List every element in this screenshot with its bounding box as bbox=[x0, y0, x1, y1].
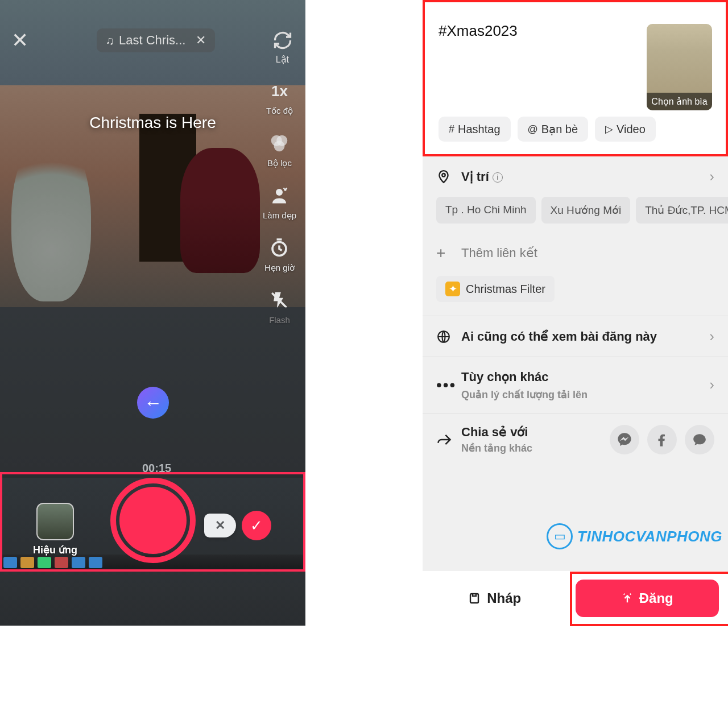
ellipsis-icon: ••• bbox=[436, 376, 453, 394]
camera-top-bar: ✕ ♫ Last Chris... ✕ bbox=[0, 28, 305, 52]
timer-icon bbox=[268, 237, 291, 259]
watermark: ▭ TINHOCVANPHONG bbox=[547, 523, 722, 549]
svg-point-3 bbox=[276, 189, 283, 196]
music-clear-icon[interactable]: ✕ bbox=[196, 33, 206, 48]
music-title: Last Chris... bbox=[119, 33, 185, 48]
delete-clip-button[interactable]: ✕ bbox=[204, 514, 236, 537]
check-icon: ✓ bbox=[250, 517, 263, 535]
post-button[interactable]: Đăng bbox=[576, 580, 719, 617]
applied-filter-badge[interactable]: ✦ Christmas Filter bbox=[436, 276, 555, 302]
draft-icon bbox=[468, 592, 481, 605]
beauty-icon bbox=[268, 184, 291, 207]
record-dot-icon bbox=[119, 487, 187, 554]
music-note-icon: ♫ bbox=[106, 34, 114, 47]
chevron-right-icon: › bbox=[709, 168, 714, 185]
record-button[interactable] bbox=[110, 478, 196, 563]
location-row[interactable]: Vị tríi › bbox=[423, 156, 728, 197]
privacy-row[interactable]: Ai cũng có thể xem bài đăng này › bbox=[423, 316, 728, 357]
location-pin-icon bbox=[436, 169, 453, 184]
hash-icon: # bbox=[449, 123, 454, 135]
messenger-icon[interactable] bbox=[610, 425, 639, 454]
location-chip[interactable]: Tp . Ho Chi Minh bbox=[436, 197, 536, 224]
cover-thumbnail[interactable]: Chọn ảnh bìa bbox=[647, 24, 712, 110]
share-arrow-icon bbox=[436, 432, 453, 448]
more-options-row[interactable]: ••• Tùy chọn khác Quản lý chất lượng tải… bbox=[423, 357, 728, 413]
video-chip[interactable]: ▷Video bbox=[595, 117, 656, 142]
confirm-button[interactable]: ✓ bbox=[242, 511, 271, 540]
beauty-tool[interactable]: Làm đẹp bbox=[263, 184, 296, 221]
speed-tool[interactable]: 1x Tốc độ bbox=[266, 80, 293, 116]
caption-chips: #Hashtag @Bạn bè ▷Video bbox=[439, 117, 656, 142]
cover-label: Chọn ảnh bìa bbox=[647, 93, 712, 110]
draft-button[interactable]: Nháp bbox=[423, 580, 566, 617]
filter-icon bbox=[268, 132, 291, 155]
music-picker[interactable]: ♫ Last Chris... ✕ bbox=[97, 28, 215, 52]
info-icon: i bbox=[493, 172, 503, 183]
location-chip[interactable]: Thủ Đức,TP. HCM bbox=[636, 197, 728, 224]
scene-santa bbox=[180, 148, 260, 273]
back-button[interactable]: ← bbox=[137, 387, 169, 419]
timer-tool[interactable]: Hẹn giờ bbox=[264, 237, 295, 273]
share-row: Chia sẻ với Nền tảng khác bbox=[423, 413, 728, 460]
speed-icon: 1x bbox=[268, 80, 291, 102]
add-link-row[interactable]: + Thêm liên kết bbox=[423, 234, 728, 272]
post-screen: #Xmas2023 Chọn ảnh bìa #Hashtag @Bạn bè … bbox=[423, 0, 728, 626]
svg-point-7 bbox=[442, 173, 445, 176]
sparkle-up-icon bbox=[621, 592, 634, 605]
flip-camera-icon[interactable] bbox=[271, 29, 294, 52]
mention-chip[interactable]: @Bạn bè bbox=[518, 117, 589, 142]
effects-thumbnail bbox=[36, 503, 74, 540]
template-overlay-text: Christmas is Here bbox=[89, 114, 216, 132]
location-chip[interactable]: Xu Hướng Mới bbox=[541, 197, 631, 224]
chevron-right-icon: › bbox=[709, 376, 714, 394]
filter-tool[interactable]: Bộ lọc bbox=[267, 132, 292, 168]
svg-rect-9 bbox=[470, 594, 478, 603]
scene-tree bbox=[11, 131, 91, 301]
flip-label: Lật bbox=[276, 54, 289, 65]
hashtag-chip[interactable]: #Hashtag bbox=[439, 117, 511, 142]
location-suggestions: Tp . Ho Chi Minh Xu Hướng Mới Thủ Đức,TP… bbox=[423, 197, 728, 234]
camera-record-screen: Christmas is Here ✕ ♫ Last Chris... ✕ Lậ… bbox=[0, 0, 305, 626]
chat-icon[interactable] bbox=[685, 425, 714, 454]
close-icon[interactable]: ✕ bbox=[11, 28, 28, 52]
play-circle-icon: ▷ bbox=[605, 123, 613, 135]
gutter bbox=[305, 0, 423, 728]
watermark-logo-icon: ▭ bbox=[547, 523, 573, 549]
svg-point-2 bbox=[274, 140, 285, 151]
x-icon: ✕ bbox=[215, 518, 225, 533]
globe-icon bbox=[436, 329, 453, 344]
at-icon: @ bbox=[528, 123, 538, 135]
camera-side-tools: 1x Tốc độ Bộ lọc Làm đẹp Hẹn giờ bbox=[263, 80, 296, 325]
effects-button[interactable]: Hiệu ứng bbox=[33, 503, 77, 556]
sparkle-icon: ✦ bbox=[445, 282, 460, 296]
bottom-actions: Nháp Đăng bbox=[423, 571, 728, 626]
chevron-right-icon: › bbox=[709, 328, 714, 345]
facebook-icon[interactable] bbox=[647, 425, 677, 454]
plus-icon: + bbox=[436, 244, 453, 262]
caption-area-highlight: #Xmas2023 Chọn ảnh bìa #Hashtag @Bạn bè … bbox=[423, 0, 728, 156]
